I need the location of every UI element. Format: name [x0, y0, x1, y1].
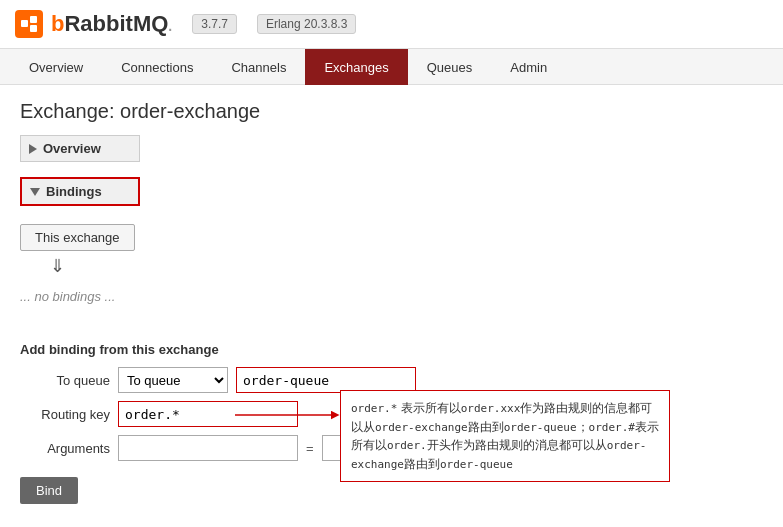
to-queue-label: To queue	[20, 373, 110, 388]
overview-section-header[interactable]: Overview	[20, 135, 140, 162]
nav-exchanges[interactable]: Exchanges	[305, 49, 407, 85]
bindings-section-label: Bindings	[46, 184, 102, 199]
bind-button[interactable]: Bind	[20, 477, 78, 504]
overview-section: Overview	[20, 135, 763, 162]
bindings-section-header[interactable]: Bindings	[20, 177, 140, 206]
logo-icon	[15, 10, 43, 38]
bindings-section: Bindings This exchange ⇓ ... no bindings…	[20, 177, 763, 322]
arguments-key-input[interactable]	[118, 435, 298, 461]
svg-rect-1	[30, 16, 37, 23]
nav: Overview Connections Channels Exchanges …	[0, 49, 783, 85]
add-binding-title: Add binding from this exchange	[20, 342, 763, 357]
arguments-label: Arguments	[20, 441, 110, 456]
nav-connections[interactable]: Connections	[102, 49, 212, 85]
bindings-toggle-icon	[30, 188, 40, 196]
svg-rect-0	[21, 20, 28, 27]
overview-section-label: Overview	[43, 141, 101, 156]
logo-text: bRabbitMQ.	[51, 11, 172, 37]
nav-queues[interactable]: Queues	[408, 49, 492, 85]
header: bRabbitMQ. 3.7.7 Erlang 20.3.8.3	[0, 0, 783, 49]
no-bindings-text: ... no bindings ...	[20, 289, 763, 304]
routing-key-input[interactable]	[118, 401, 298, 427]
version-badge: 3.7.7	[192, 14, 237, 34]
this-exchange-button[interactable]: This exchange	[20, 224, 135, 251]
nav-overview[interactable]: Overview	[10, 49, 102, 85]
annotation-popup: order.* 表示所有以order.xxx作为路由规则的信息都可以从order…	[340, 390, 670, 482]
nav-admin[interactable]: Admin	[491, 49, 566, 85]
arrow-down-icon: ⇓	[20, 251, 763, 281]
annotation-text: order.* 表示所有以order.xxx作为路由规则的信息都可以从order…	[351, 401, 659, 471]
routing-key-label: Routing key	[20, 407, 110, 422]
eq-sign: =	[306, 441, 314, 456]
bindings-content: This exchange ⇓ ... no bindings ...	[20, 214, 763, 322]
logo: bRabbitMQ.	[15, 10, 172, 38]
page-title: Exchange: order-exchange	[20, 100, 763, 123]
to-queue-select[interactable]: To queue	[118, 367, 228, 393]
overview-toggle-icon	[29, 144, 37, 154]
svg-rect-2	[30, 25, 37, 32]
erlang-badge: Erlang 20.3.8.3	[257, 14, 356, 34]
nav-channels[interactable]: Channels	[212, 49, 305, 85]
